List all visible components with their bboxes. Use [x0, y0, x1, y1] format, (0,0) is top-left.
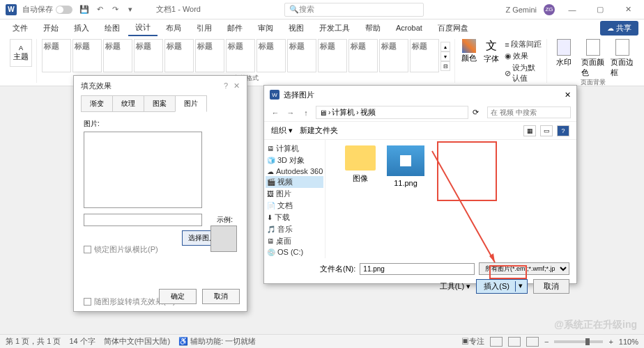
tree-item[interactable]: 🎬 视频 — [266, 176, 323, 188]
style-item[interactable]: 标题 — [348, 39, 378, 72]
insert-button[interactable]: 插入(S)▾ — [476, 279, 528, 294]
style-gallery[interactable]: 标题 标题 标题 标题 标题 标题 标题 标题 标题 标题 标题 标题 标题 ▴… — [42, 39, 450, 74]
user-name[interactable]: Z Gemini — [505, 6, 537, 14]
paragraph-spacing-button[interactable]: ≡ 段落间距 — [505, 39, 542, 49]
view-web-button[interactable] — [508, 337, 521, 347]
style-item[interactable]: 标题 — [226, 39, 255, 72]
style-item[interactable]: 标题 — [379, 39, 408, 72]
up-icon[interactable]: ↑ — [300, 109, 312, 117]
tab-design[interactable]: 设计 — [128, 20, 158, 36]
page-indicator[interactable]: 第 1 页，共 1 页 — [6, 336, 61, 347]
gallery-more-icon[interactable]: ⊟ — [440, 61, 450, 71]
qat-dropdown-icon[interactable]: ▾ — [125, 5, 135, 15]
tree-item[interactable]: ⬇ 下载 — [266, 212, 323, 223]
new-folder-button[interactable]: 新建文件夹 — [300, 125, 338, 136]
set-default-button[interactable]: ⊘ 设为默认值 — [505, 63, 542, 84]
tree-item[interactable]: 🎵 音乐 — [266, 223, 323, 235]
gallery-down-icon[interactable]: ▾ — [440, 52, 450, 61]
style-item[interactable]: 标题 — [318, 39, 347, 72]
style-item[interactable]: 标题 — [42, 39, 71, 72]
tree-item[interactable]: 📄 文档 — [266, 200, 323, 212]
colors-button[interactable]: 颜色 — [460, 39, 478, 67]
help-icon[interactable]: ? — [224, 81, 228, 90]
zoom-slider[interactable] — [554, 340, 603, 343]
maximize-button[interactable]: ▢ — [590, 3, 611, 17]
redo-icon[interactable]: ↷ — [110, 5, 120, 15]
tab-pattern[interactable]: 图案 — [144, 95, 176, 112]
search-input[interactable] — [487, 106, 571, 118]
tree-item[interactable]: 🧊 3D 对象 — [266, 155, 323, 166]
zoom-out-icon[interactable]: − — [544, 338, 549, 346]
style-item[interactable]: 标题 — [256, 39, 286, 72]
tab-mail[interactable]: 邮件 — [220, 21, 250, 35]
close-button[interactable]: ✕ — [618, 3, 638, 17]
close-icon[interactable]: ✕ — [565, 90, 571, 100]
tab-references[interactable]: 引用 — [190, 21, 219, 35]
tree-item[interactable]: 🖼 图片 — [266, 188, 323, 200]
help-icon[interactable]: ? — [557, 125, 569, 136]
tab-file[interactable]: 文件 — [6, 21, 35, 35]
cancel-button[interactable]: 取消 — [202, 289, 240, 304]
tab-draw[interactable]: 绘图 — [98, 21, 127, 35]
themes-button[interactable]: A主题 — [10, 39, 32, 67]
share-button[interactable]: ☁ 共享 — [600, 21, 638, 35]
zoom-in-icon[interactable]: + — [608, 338, 613, 346]
autosave-toggle[interactable]: 自动保存 — [22, 4, 72, 15]
effects-button[interactable]: ◉ 效果 — [505, 51, 542, 61]
filename-input[interactable] — [360, 263, 475, 275]
tab-acrobat[interactable]: Acrobat — [389, 22, 429, 34]
language-indicator[interactable]: 简体中文(中国大陆) — [104, 336, 170, 347]
focus-mode[interactable]: ▣专注 — [461, 336, 484, 347]
page-border-button[interactable]: 页面边框 — [611, 39, 634, 78]
page-color-button[interactable]: 页面颜色 — [581, 39, 605, 78]
word-count[interactable]: 14 个字 — [69, 336, 95, 347]
file-item-folder[interactable]: 图像 — [345, 145, 376, 184]
fonts-button[interactable]: 文字体 — [482, 39, 500, 67]
style-item[interactable]: 标题 — [410, 39, 439, 72]
tab-baidu[interactable]: 百度网盘 — [431, 21, 475, 35]
style-item[interactable]: 标题 — [134, 39, 163, 72]
cancel-button[interactable]: 取消 — [533, 279, 569, 294]
style-item[interactable]: 标题 — [103, 39, 132, 72]
ok-button[interactable]: 确定 — [159, 289, 197, 304]
tab-layout[interactable]: 布局 — [159, 21, 188, 35]
tab-review[interactable]: 审阅 — [251, 21, 280, 35]
organize-button[interactable]: 组织 ▾ — [271, 125, 293, 136]
style-item[interactable]: 标题 — [287, 39, 316, 72]
style-item[interactable]: 标题 — [164, 39, 194, 72]
forward-icon[interactable]: → — [285, 109, 296, 117]
tab-gradient[interactable]: 渐变 — [81, 95, 113, 112]
undo-icon[interactable]: ↶ — [95, 5, 105, 15]
tree-item[interactable]: 🖥 桌面 — [266, 235, 323, 247]
tree-item[interactable]: 🖥 计算机 — [266, 143, 323, 155]
accessibility-status[interactable]: ♿ 辅助功能: 一切就绪 — [178, 336, 256, 347]
tools-button[interactable]: 工具(L) ▾ — [440, 281, 471, 292]
zoom-level[interactable]: 110% — [619, 338, 638, 346]
gallery-up-icon[interactable]: ▴ — [440, 42, 450, 52]
tree-item[interactable]: 💿 OS (C:) — [266, 247, 323, 257]
lock-ratio-checkbox[interactable]: 锁定图片纵横比(P) — [84, 244, 182, 255]
tab-picture[interactable]: 图片 — [175, 95, 207, 112]
back-icon[interactable]: ← — [270, 109, 281, 117]
insert-dropdown-icon[interactable]: ▾ — [516, 281, 526, 292]
tab-home[interactable]: 开始 — [36, 21, 66, 35]
tab-view[interactable]: 视图 — [282, 21, 311, 35]
refresh-icon[interactable]: ⟳ — [473, 108, 479, 117]
tab-texture[interactable]: 纹理 — [112, 95, 144, 112]
view-read-button[interactable] — [526, 337, 539, 347]
picture-path-input[interactable] — [84, 214, 202, 226]
tree-item[interactable]: ☁ Autodesk 360 — [266, 166, 323, 176]
breadcrumb[interactable]: 🖥 › 计算机 › 视频 — [316, 106, 468, 119]
tab-insert[interactable]: 插入 — [67, 21, 96, 35]
tab-developer[interactable]: 开发工具 — [312, 21, 357, 35]
tab-help[interactable]: 帮助 — [358, 21, 388, 35]
view-print-button[interactable] — [490, 337, 503, 347]
preview-icon[interactable]: ▭ — [540, 125, 553, 136]
style-item[interactable]: 标题 — [195, 39, 224, 72]
search-box[interactable]: 🔍 搜索 — [284, 3, 424, 17]
minimize-button[interactable]: — — [562, 3, 583, 17]
close-icon[interactable]: ✕ — [233, 81, 240, 90]
watermark-button[interactable]: 水印 — [552, 39, 576, 78]
view-icon[interactable]: ▦ — [523, 125, 536, 136]
save-icon[interactable]: 💾 — [79, 5, 89, 15]
